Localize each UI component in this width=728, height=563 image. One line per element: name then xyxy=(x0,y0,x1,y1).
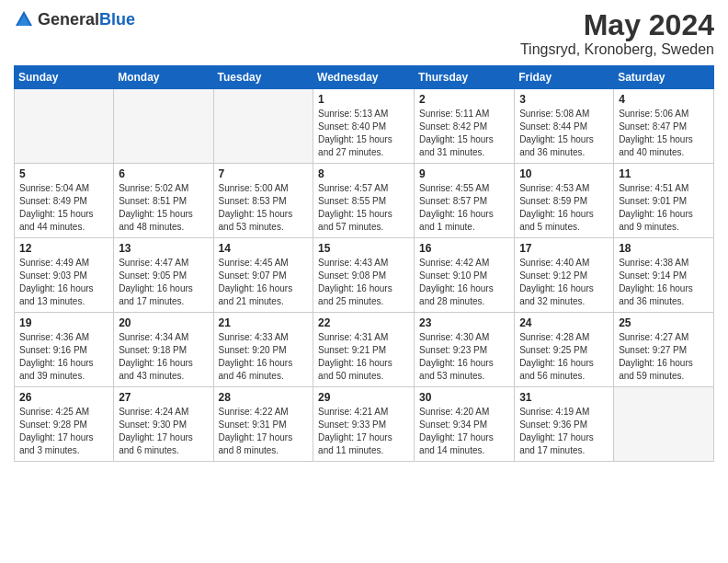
day-number: 25 xyxy=(619,316,709,329)
calendar-day-30: 30Sunrise: 4:20 AM Sunset: 9:34 PM Dayli… xyxy=(415,387,515,462)
day-number: 14 xyxy=(219,242,309,255)
day-info: Sunrise: 4:53 AM Sunset: 8:59 PM Dayligh… xyxy=(519,182,609,234)
day-info: Sunrise: 4:42 AM Sunset: 9:10 PM Dayligh… xyxy=(419,257,509,308)
calendar-week-row: 12Sunrise: 4:49 AM Sunset: 9:03 PM Dayli… xyxy=(15,238,714,313)
location-title: Tingsryd, Kronoberg, Sweden xyxy=(520,41,714,58)
calendar-day-1: 1Sunrise: 5:13 AM Sunset: 8:40 PM Daylig… xyxy=(313,89,415,164)
calendar-header-thursday: Thursday xyxy=(415,66,515,89)
day-number: 29 xyxy=(318,391,409,404)
day-number: 7 xyxy=(219,167,309,180)
calendar-day-21: 21Sunrise: 4:33 AM Sunset: 9:20 PM Dayli… xyxy=(213,313,313,387)
day-info: Sunrise: 4:24 AM Sunset: 9:30 PM Dayligh… xyxy=(119,406,208,457)
calendar-header-sunday: Sunday xyxy=(15,66,114,89)
day-info: Sunrise: 4:33 AM Sunset: 9:20 PM Dayligh… xyxy=(219,331,309,383)
day-info: Sunrise: 4:36 AM Sunset: 9:16 PM Dayligh… xyxy=(19,331,108,383)
day-number: 1 xyxy=(318,93,409,106)
day-info: Sunrise: 4:51 AM Sunset: 9:01 PM Dayligh… xyxy=(619,182,709,234)
day-info: Sunrise: 4:20 AM Sunset: 9:34 PM Dayligh… xyxy=(419,406,509,457)
day-info: Sunrise: 4:43 AM Sunset: 9:08 PM Dayligh… xyxy=(318,257,409,308)
calendar-day-31: 31Sunrise: 4:19 AM Sunset: 9:36 PM Dayli… xyxy=(515,387,614,462)
calendar-week-row: 19Sunrise: 4:36 AM Sunset: 9:16 PM Dayli… xyxy=(15,313,714,387)
day-number: 26 xyxy=(19,391,108,404)
calendar-day-16: 16Sunrise: 4:42 AM Sunset: 9:10 PM Dayli… xyxy=(415,238,515,313)
day-info: Sunrise: 4:47 AM Sunset: 9:05 PM Dayligh… xyxy=(119,257,208,308)
day-number: 21 xyxy=(219,316,309,329)
day-number: 10 xyxy=(519,167,609,180)
day-info: Sunrise: 5:11 AM Sunset: 8:42 PM Dayligh… xyxy=(419,108,509,159)
day-number: 6 xyxy=(119,167,208,180)
calendar-day-17: 17Sunrise: 4:40 AM Sunset: 9:12 PM Dayli… xyxy=(515,238,614,313)
day-info: Sunrise: 5:08 AM Sunset: 8:44 PM Dayligh… xyxy=(519,108,609,159)
month-title: May 2024 xyxy=(520,9,714,41)
day-info: Sunrise: 4:19 AM Sunset: 9:36 PM Dayligh… xyxy=(519,406,609,457)
day-number: 20 xyxy=(119,316,208,329)
day-number: 27 xyxy=(119,391,208,404)
header: GeneralBlue May 2024 Tingsryd, Kronoberg… xyxy=(14,9,714,58)
calendar-day-27: 27Sunrise: 4:24 AM Sunset: 9:30 PM Dayli… xyxy=(114,387,213,462)
calendar-day-14: 14Sunrise: 4:45 AM Sunset: 9:07 PM Dayli… xyxy=(213,238,313,313)
logo-text-general: General xyxy=(38,10,99,29)
calendar-day-7: 7Sunrise: 5:00 AM Sunset: 8:53 PM Daylig… xyxy=(213,164,313,238)
day-number: 5 xyxy=(19,167,108,180)
logo-icon xyxy=(14,9,34,29)
calendar-empty-cell xyxy=(114,89,213,164)
title-area: May 2024 Tingsryd, Kronoberg, Sweden xyxy=(520,9,714,58)
day-info: Sunrise: 4:28 AM Sunset: 9:25 PM Dayligh… xyxy=(519,331,609,383)
day-number: 13 xyxy=(119,242,208,255)
logo: GeneralBlue xyxy=(14,9,135,29)
day-info: Sunrise: 4:38 AM Sunset: 9:14 PM Dayligh… xyxy=(619,257,709,308)
day-number: 24 xyxy=(519,316,609,329)
day-number: 23 xyxy=(419,316,509,329)
calendar-day-26: 26Sunrise: 4:25 AM Sunset: 9:28 PM Dayli… xyxy=(15,387,114,462)
calendar-day-11: 11Sunrise: 4:51 AM Sunset: 9:01 PM Dayli… xyxy=(614,164,714,238)
calendar-header-friday: Friday xyxy=(515,66,614,89)
day-number: 12 xyxy=(19,242,108,255)
day-info: Sunrise: 4:57 AM Sunset: 8:55 PM Dayligh… xyxy=(318,182,409,234)
calendar-day-3: 3Sunrise: 5:08 AM Sunset: 8:44 PM Daylig… xyxy=(515,89,614,164)
day-info: Sunrise: 4:45 AM Sunset: 9:07 PM Dayligh… xyxy=(219,257,309,308)
day-number: 22 xyxy=(318,316,409,329)
day-number: 15 xyxy=(318,242,409,255)
day-info: Sunrise: 4:25 AM Sunset: 9:28 PM Dayligh… xyxy=(19,406,108,457)
calendar-header-wednesday: Wednesday xyxy=(313,66,415,89)
day-number: 17 xyxy=(519,242,609,255)
day-info: Sunrise: 4:55 AM Sunset: 8:57 PM Dayligh… xyxy=(419,182,509,234)
calendar-empty-cell xyxy=(15,89,114,164)
day-info: Sunrise: 5:04 AM Sunset: 8:49 PM Dayligh… xyxy=(19,182,108,234)
day-info: Sunrise: 4:22 AM Sunset: 9:31 PM Dayligh… xyxy=(219,406,309,457)
calendar: SundayMondayTuesdayWednesdayThursdayFrid… xyxy=(14,65,714,462)
day-number: 18 xyxy=(619,242,709,255)
calendar-day-23: 23Sunrise: 4:30 AM Sunset: 9:23 PM Dayli… xyxy=(415,313,515,387)
day-info: Sunrise: 4:27 AM Sunset: 9:27 PM Dayligh… xyxy=(619,331,709,383)
day-number: 4 xyxy=(619,93,709,106)
calendar-day-25: 25Sunrise: 4:27 AM Sunset: 9:27 PM Dayli… xyxy=(614,313,714,387)
calendar-header-row: SundayMondayTuesdayWednesdayThursdayFrid… xyxy=(15,66,714,89)
day-info: Sunrise: 4:40 AM Sunset: 9:12 PM Dayligh… xyxy=(519,257,609,308)
calendar-header-monday: Monday xyxy=(114,66,213,89)
day-number: 30 xyxy=(419,391,509,404)
day-info: Sunrise: 4:21 AM Sunset: 9:33 PM Dayligh… xyxy=(318,406,409,457)
calendar-day-13: 13Sunrise: 4:47 AM Sunset: 9:05 PM Dayli… xyxy=(114,238,213,313)
calendar-day-22: 22Sunrise: 4:31 AM Sunset: 9:21 PM Dayli… xyxy=(313,313,415,387)
calendar-day-5: 5Sunrise: 5:04 AM Sunset: 8:49 PM Daylig… xyxy=(15,164,114,238)
day-number: 11 xyxy=(619,167,709,180)
calendar-week-row: 26Sunrise: 4:25 AM Sunset: 9:28 PM Dayli… xyxy=(15,387,714,462)
calendar-day-29: 29Sunrise: 4:21 AM Sunset: 9:33 PM Dayli… xyxy=(313,387,415,462)
calendar-day-8: 8Sunrise: 4:57 AM Sunset: 8:55 PM Daylig… xyxy=(313,164,415,238)
day-number: 3 xyxy=(519,93,609,106)
calendar-day-2: 2Sunrise: 5:11 AM Sunset: 8:42 PM Daylig… xyxy=(415,89,515,164)
calendar-day-28: 28Sunrise: 4:22 AM Sunset: 9:31 PM Dayli… xyxy=(213,387,313,462)
day-info: Sunrise: 5:13 AM Sunset: 8:40 PM Dayligh… xyxy=(318,108,409,159)
day-info: Sunrise: 4:49 AM Sunset: 9:03 PM Dayligh… xyxy=(19,257,108,308)
calendar-header-tuesday: Tuesday xyxy=(213,66,313,89)
calendar-day-4: 4Sunrise: 5:06 AM Sunset: 8:47 PM Daylig… xyxy=(614,89,714,164)
day-info: Sunrise: 4:31 AM Sunset: 9:21 PM Dayligh… xyxy=(318,331,409,383)
calendar-week-row: 5Sunrise: 5:04 AM Sunset: 8:49 PM Daylig… xyxy=(15,164,714,238)
calendar-day-12: 12Sunrise: 4:49 AM Sunset: 9:03 PM Dayli… xyxy=(15,238,114,313)
day-info: Sunrise: 4:30 AM Sunset: 9:23 PM Dayligh… xyxy=(419,331,509,383)
calendar-day-15: 15Sunrise: 4:43 AM Sunset: 9:08 PM Dayli… xyxy=(313,238,415,313)
day-number: 9 xyxy=(419,167,509,180)
calendar-header-saturday: Saturday xyxy=(614,66,714,89)
calendar-day-6: 6Sunrise: 5:02 AM Sunset: 8:51 PM Daylig… xyxy=(114,164,213,238)
calendar-day-20: 20Sunrise: 4:34 AM Sunset: 9:18 PM Dayli… xyxy=(114,313,213,387)
